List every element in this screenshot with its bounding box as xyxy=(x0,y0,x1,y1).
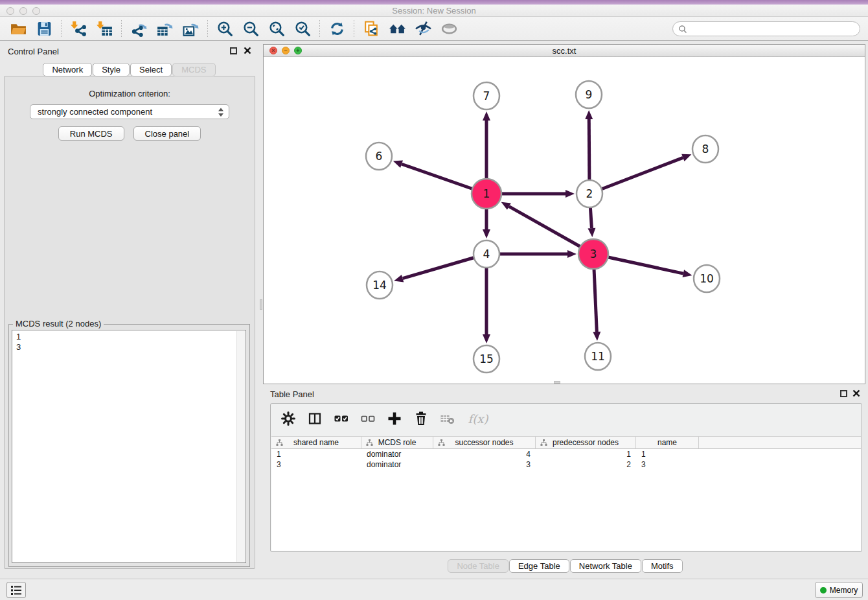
memory-status-dot xyxy=(820,587,827,594)
run-mcds-button[interactable]: Run MCDS xyxy=(58,126,124,141)
eye-slash-button[interactable] xyxy=(413,19,433,38)
function-builder-button[interactable]: f(x) xyxy=(466,411,490,426)
export-table-button[interactable] xyxy=(155,19,174,38)
tab-style[interactable]: Style xyxy=(93,63,130,76)
hierarchy-icon xyxy=(438,439,445,446)
deselect-all-columns-button[interactable] xyxy=(360,411,376,426)
table-row[interactable]: 3 dominator 3 2 3 xyxy=(271,459,861,470)
delete-table-icon xyxy=(440,411,455,426)
memory-button[interactable]: Memory xyxy=(815,582,863,598)
unchecked-boxes-icon xyxy=(360,411,376,426)
mcds-result-textarea[interactable]: 1 3 xyxy=(12,330,246,563)
toolbar-separator xyxy=(207,20,208,37)
tab-mcds[interactable]: MCDS xyxy=(172,63,215,76)
table-settings-button[interactable] xyxy=(280,411,296,426)
search-input[interactable] xyxy=(687,24,849,34)
export-network-button[interactable] xyxy=(129,19,148,38)
control-panel-title: Control Panel xyxy=(8,47,59,56)
zoom-fit-icon xyxy=(268,20,286,38)
checked-boxes-icon xyxy=(334,411,349,426)
tab-motifs[interactable]: Motifs xyxy=(642,559,683,573)
eye-button[interactable] xyxy=(439,19,459,38)
graph-arrowhead-2-8 xyxy=(681,154,691,161)
close-panel-button[interactable]: Close panel xyxy=(133,126,201,141)
graph-edge-2-8[interactable] xyxy=(589,157,683,194)
zoom-out-icon xyxy=(242,20,260,38)
task-history-button[interactable] xyxy=(6,582,26,598)
houses-icon xyxy=(389,20,406,38)
graph-arrowhead-2-3 xyxy=(588,228,595,237)
splitpane-handle-horizontal[interactable] xyxy=(554,381,560,384)
column-header-name[interactable]: name xyxy=(636,437,699,448)
mcds-buttons-row: Run MCDS Close panel xyxy=(5,126,255,141)
graph-arrowhead-2-9 xyxy=(585,110,593,119)
graph-arrowhead-4-3 xyxy=(567,250,577,258)
save-session-button[interactable] xyxy=(34,19,54,38)
refresh-button[interactable] xyxy=(327,19,347,38)
tab-network[interactable]: Network xyxy=(43,63,92,76)
table-panel: Table Panel xyxy=(263,386,868,579)
network-canvas[interactable]: 1234678910111415 xyxy=(264,57,865,384)
close-panel-icon[interactable] xyxy=(244,47,251,54)
graph-arrowhead-4-15 xyxy=(483,334,490,343)
graph-node-label-11: 11 xyxy=(591,350,605,363)
float-panel-icon[interactable] xyxy=(230,47,237,54)
zoom-in-button[interactable] xyxy=(215,19,234,38)
duplicate-network-icon xyxy=(363,20,380,38)
tab-edge-table[interactable]: Edge Table xyxy=(509,559,569,573)
float-table-panel-icon[interactable] xyxy=(840,390,847,397)
export-image-button[interactable] xyxy=(181,19,200,38)
splitpane-handle-vertical[interactable] xyxy=(260,299,262,310)
column-label: predecessor nodes xyxy=(553,438,619,447)
open-session-button[interactable] xyxy=(8,19,28,38)
column-label: shared name xyxy=(293,438,339,447)
tab-select[interactable]: Select xyxy=(130,63,172,76)
table-row[interactable]: 1 dominator 4 1 1 xyxy=(271,449,861,459)
chevron-up-down-icon xyxy=(218,108,224,117)
zoom-selected-button[interactable] xyxy=(293,19,312,38)
refresh-icon xyxy=(328,20,346,38)
hierarchy-icon xyxy=(276,439,283,446)
column-header-predecessor-nodes[interactable]: predecessor nodes xyxy=(536,437,636,448)
graph-node-label-9: 9 xyxy=(586,88,593,101)
duplicate-network-button[interactable] xyxy=(361,19,381,38)
control-panel-tabs: Network Style Select MCDS xyxy=(0,63,259,76)
table-toolbar: f(x) xyxy=(271,404,490,433)
mcds-result-title: MCDS result (2 nodes) xyxy=(13,319,104,329)
toggle-column-view-button[interactable] xyxy=(307,411,323,426)
table-panel-title: Table Panel xyxy=(270,389,314,399)
hierarchy-icon xyxy=(366,439,373,446)
node-table-header: shared name MCDS role xyxy=(271,437,861,449)
zoom-in-icon xyxy=(216,20,234,38)
export-network-icon xyxy=(130,20,148,38)
tab-node-table[interactable]: Node Table xyxy=(448,559,508,573)
optimization-criterion-value: strongly connected component xyxy=(38,107,152,117)
export-table-icon xyxy=(156,20,174,38)
select-all-columns-button[interactable] xyxy=(334,411,349,426)
delete-table-button[interactable] xyxy=(440,411,455,426)
column-header-successor-nodes[interactable]: successor nodes xyxy=(433,437,536,448)
mcds-result-group: MCDS result (2 nodes) 1 3 xyxy=(8,324,250,567)
create-column-button[interactable] xyxy=(387,411,402,426)
network-window-titlebar[interactable]: × − + scc.txt xyxy=(264,45,865,57)
zoom-fit-button[interactable] xyxy=(267,19,286,38)
zoom-out-button[interactable] xyxy=(241,19,260,38)
toolbar-separator xyxy=(354,20,354,37)
column-header-mcds-role[interactable]: MCDS role xyxy=(361,437,433,448)
search-icon xyxy=(678,25,687,34)
graph-node-label-3: 3 xyxy=(590,248,597,260)
result-scrollbar[interactable] xyxy=(236,331,245,562)
close-table-panel-icon[interactable] xyxy=(852,389,860,397)
optimization-criterion-select[interactable]: strongly connected component xyxy=(30,104,229,119)
tab-network-table[interactable]: Network Table xyxy=(570,559,641,573)
delete-column-button[interactable] xyxy=(413,411,429,426)
column-header-shared-name[interactable]: shared name xyxy=(271,437,361,448)
app-titlebar: Session: New Session xyxy=(0,5,868,17)
import-table-button[interactable] xyxy=(95,19,114,38)
houses-button[interactable] xyxy=(387,19,407,38)
import-network-button[interactable] xyxy=(69,19,88,38)
node-table: shared name MCDS role xyxy=(271,436,861,551)
status-bar: Memory xyxy=(0,579,868,600)
cell-predecessor-nodes: 2 xyxy=(536,459,636,470)
graph-node-label-6: 6 xyxy=(376,150,383,163)
